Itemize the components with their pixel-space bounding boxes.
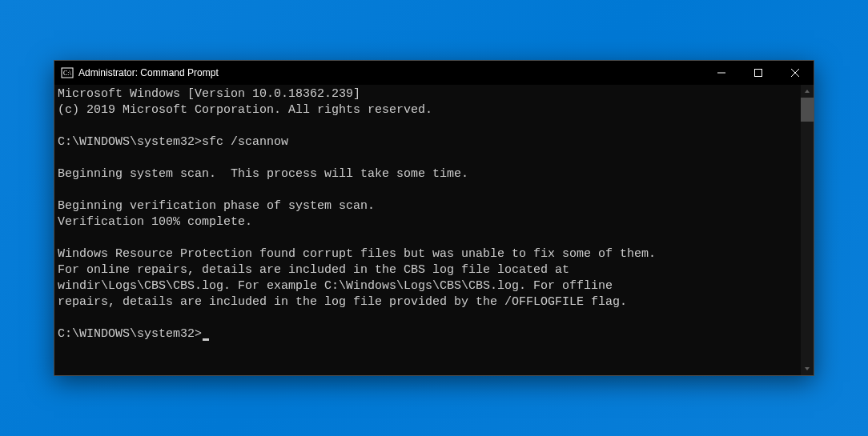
minimize-button[interactable] <box>703 61 740 85</box>
terminal-line <box>58 310 798 326</box>
command-prompt-window: C:\ Administrator: Command Prompt Micros… <box>54 60 814 376</box>
terminal-line: Verification 100% complete. <box>58 214 798 230</box>
terminal-line <box>58 230 798 246</box>
terminal-line: C:\WINDOWS\system32>sfc /scannow <box>58 134 798 150</box>
terminal-line <box>58 150 798 166</box>
terminal-line: repairs, details are included in the log… <box>58 294 798 310</box>
svg-text:C:\: C:\ <box>63 70 72 77</box>
close-button[interactable] <box>777 61 814 85</box>
scroll-thumb[interactable] <box>801 98 814 122</box>
terminal-output[interactable]: Microsoft Windows [Version 10.0.18362.23… <box>54 85 801 375</box>
terminal-prompt: C:\WINDOWS\system32> <box>58 326 202 342</box>
terminal-line <box>58 182 798 198</box>
terminal-line: Beginning verification phase of system s… <box>58 198 798 214</box>
terminal-prompt-line[interactable]: C:\WINDOWS\system32> <box>58 326 798 342</box>
terminal-line <box>58 118 798 134</box>
client-area: Microsoft Windows [Version 10.0.18362.23… <box>54 85 814 375</box>
window-title: Administrator: Command Prompt <box>78 67 219 78</box>
titlebar[interactable]: C:\ Administrator: Command Prompt <box>54 61 814 85</box>
scroll-track[interactable] <box>801 98 814 362</box>
terminal-line: Microsoft Windows [Version 10.0.18362.23… <box>58 86 798 102</box>
svg-rect-3 <box>755 70 762 77</box>
window-controls <box>703 61 814 85</box>
svg-marker-7 <box>805 367 810 370</box>
terminal-line: (c) 2019 Microsoft Corporation. All righ… <box>58 102 798 118</box>
maximize-button[interactable] <box>740 61 777 85</box>
terminal-line: Beginning system scan. This process will… <box>58 166 798 182</box>
vertical-scrollbar[interactable] <box>801 85 814 375</box>
cursor-icon <box>203 338 209 341</box>
terminal-line: Windows Resource Protection found corrup… <box>58 246 798 262</box>
terminal-line: For online repairs, details are included… <box>58 262 798 278</box>
cmd-icon: C:\ <box>61 66 74 79</box>
terminal-line: windir\Logs\CBS\CBS.log. For example C:\… <box>58 278 798 294</box>
svg-marker-6 <box>805 90 810 93</box>
scroll-up-button[interactable] <box>801 85 814 98</box>
scroll-down-button[interactable] <box>801 362 814 375</box>
